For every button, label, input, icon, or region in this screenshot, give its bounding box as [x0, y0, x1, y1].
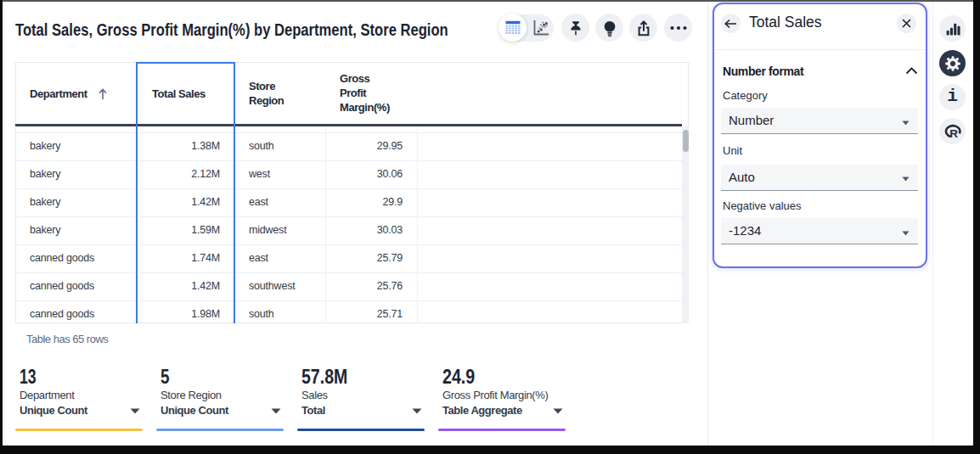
svg-text:R: R	[949, 127, 958, 140]
